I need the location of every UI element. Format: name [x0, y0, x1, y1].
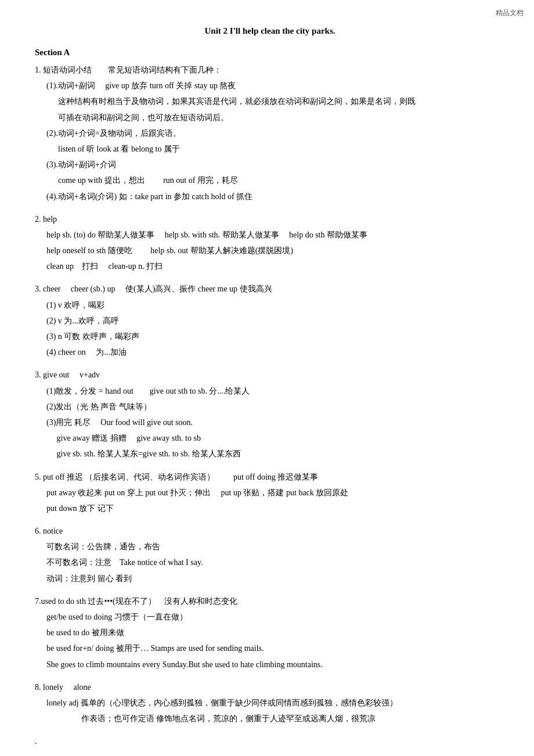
item-7-line-3: be used for+n/ doing 被用于… Stamps are use… [35, 641, 505, 656]
item-7-heading: 7.used to do sth 过去•••(现在不了） 没有人称和时态变化 [35, 594, 505, 609]
item-1-heading: 1. 短语动词小结 常见短语动词结构有下面几种： [35, 63, 505, 77]
item-4-line-4: give away 赠送 捐赠 give away sth. to sb [35, 431, 505, 445]
item-3-heading: 3. cheer cheer (sb.) up 使(某人)高兴、振作 cheer… [35, 282, 505, 296]
item-4: 3. give out v+adv (1)散发，分发 = hand out gi… [35, 368, 505, 461]
item-1-sub-1-detail-2: 可插在动词和副词之间，也可放在短语动词后。 [35, 110, 505, 125]
item-4-line-3: (3)用完 耗尽 Our food will give out soon. [35, 415, 505, 430]
item-3: 3. cheer cheer (sb.) up 使(某人)高兴、振作 cheer… [35, 282, 505, 359]
item-8-line-1: lonely adj 孤单的（心理状态，内心感到孤独，侧重于缺少同伴或同情而感到… [35, 696, 505, 710]
item-5: 5. put off 推迟 （后接名词、代词、动名词作宾语） put off d… [35, 470, 505, 516]
item-1-sub-3: (3).动词+副词+介词 [35, 157, 505, 172]
item-2-line-3: clean up 打扫 clean-up n. 打扫 [35, 259, 505, 273]
item-3-line-3: (3) n 可数 欢呼声，喝彩声 [35, 329, 505, 344]
item-6-line-2: 不可数名词：注意 Take notice of what I say. [35, 555, 505, 570]
item-4-line-5: give sb. sth. 给某人某东=give sth. to sb. 给某人… [35, 447, 505, 461]
item-1: 1. 短语动词小结 常见短语动词结构有下面几种： (1).动词+副词 give … [35, 63, 505, 204]
item-8-line-2: 作表语；也可作定语 修饰地点名词，荒凉的，侧重于人迹罕至或远离人烟，很荒凉 [35, 711, 505, 726]
item-1-sub-3-detail-1: come up with 提出，想出 run out of 用完，耗尽 [35, 173, 505, 188]
section-title: Section A [35, 45, 505, 60]
item-6: 6. notice 可数名词：公告牌，通告，布告 不可数名词：注意 Take n… [35, 524, 505, 586]
watermark: 精品文档 [496, 7, 524, 20]
item-8: 8. lonely alone lonely adj 孤单的（心理状态，内心感到… [35, 680, 505, 726]
item-1-sub-1-detail-1: 这种结构有时相当于及物动词，如果其宾语是代词，就必须放在动词和副词之间，如果是名… [35, 94, 505, 109]
item-5-heading: 5. put off 推迟 （后接名词、代词、动名词作宾语） put off d… [35, 470, 505, 484]
item-7-line-2: be used to do 被用来做 [35, 625, 505, 640]
item-4-heading: 3. give out v+adv [35, 368, 505, 382]
item-1-sub-2-detail-1: listen of 听 look at 看 belong to 属于 [35, 142, 505, 156]
item-6-line-1: 可数名词：公告牌，通告，布告 [35, 539, 505, 554]
item-7: 7.used to do sth 过去•••(现在不了） 没有人称和时态变化 g… [35, 594, 505, 672]
footnote: . [35, 734, 505, 748]
item-4-line-2: (2)发出（光 热 声音 气味等） [35, 399, 505, 414]
item-2-heading: 2. help [35, 212, 505, 226]
item-2: 2. help help sb. (to) do 帮助某人做某事 help sb… [35, 212, 505, 274]
item-6-heading: 6. notice [35, 524, 505, 538]
item-1-sub-2: (2).动词+介词=及物动词，后跟宾语。 [35, 126, 505, 141]
item-5-line-2: put down 放下 记下 [35, 501, 505, 516]
item-2-line-2: help oneself to sth 随便吃 help sb. out 帮助某… [35, 243, 505, 258]
item-1-sub-4: (4).动词+名词(介词) 如：take part in 参加 catch ho… [35, 189, 505, 204]
item-2-line-1: help sb. (to) do 帮助某人做某事 help sb. with s… [35, 228, 505, 242]
item-5-line-1: put away 收起来 put on 穿上 put out 扑灭；伸出 put… [35, 485, 505, 500]
item-4-line-1: (1)散发，分发 = hand out give out sth to sb. … [35, 384, 505, 398]
item-7-line-4: She goes to climb mountains every Sunday… [35, 657, 505, 672]
item-1-sub-1: (1).动词+副词 give up 放弃 turn off 关掉 stay up… [35, 78, 505, 93]
main-title: Unit 2 I'll help clean the city parks. [35, 23, 505, 39]
item-6-line-3: 动词：注意到 留心 看到 [35, 571, 505, 586]
item-8-heading: 8. lonely alone [35, 680, 505, 694]
item-3-line-1: (1) v 欢呼，喝彩 [35, 298, 505, 312]
item-3-line-2: (2) v 为...欢呼，高呼 [35, 314, 505, 328]
item-7-line-1: get/be used to doing 习惯于（一直在做） [35, 610, 505, 624]
item-3-line-4: (4) cheer on 为...加油 [35, 345, 505, 359]
